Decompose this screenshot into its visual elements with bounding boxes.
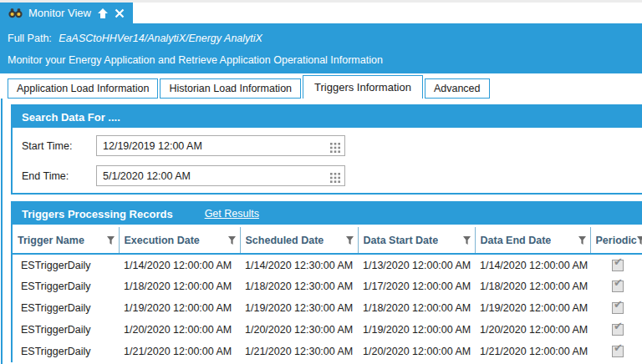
filter-icon[interactable]: [463, 236, 471, 245]
periodic-checkbox[interactable]: ✔: [612, 281, 624, 292]
cell-execution-date: 1/21/2020 12:00:00 AM: [119, 341, 240, 362]
start-time-row: Start Time:: [22, 135, 642, 156]
promote-up-icon[interactable]: [97, 8, 109, 19]
periodic-checkbox[interactable]: ✔: [612, 260, 624, 271]
cell-scheduled-date: 1/14/2020 12:30:00 AM: [240, 254, 358, 276]
cell-data-start-date: 1/17/2020 12:00:00 AM: [358, 276, 475, 297]
tab-historian-load-information[interactable]: Historian Load Information: [160, 78, 301, 99]
cell-data-end-date: 1/20/2020 12:00:00 AM: [475, 319, 590, 341]
table-row[interactable]: ESTriggerDaily 1/21/2020 12:00:00 AM 1/2…: [13, 341, 642, 362]
column-header-label: Data End Date: [481, 235, 552, 246]
periodic-checkbox[interactable]: ✔: [612, 346, 624, 357]
column-header[interactable]: Data Start Date: [358, 227, 475, 254]
cell-periodic: ✔: [590, 276, 642, 297]
cell-trigger-name: ESTriggerDaily: [13, 341, 119, 362]
end-time-row: End Time:: [22, 165, 642, 186]
tab-page-content: Search Data For .... Start Time:: [1, 99, 642, 364]
cell-trigger-name: ESTriggerDaily: [13, 297, 119, 319]
app-description: Monitor your Energy Application and Retr…: [8, 54, 383, 66]
document-tab-title: Monitor View: [28, 7, 91, 19]
cell-scheduled-date: 1/20/2020 12:30:00 AM: [240, 319, 358, 341]
full-path-label: Full Path:: [8, 33, 52, 44]
start-time-picker: [96, 135, 345, 156]
table-row[interactable]: ESTriggerDaily 1/18/2020 12:00:00 AM 1/1…: [13, 276, 642, 297]
close-icon[interactable]: [115, 8, 125, 18]
end-time-picker: [96, 165, 345, 186]
cell-periodic: ✔: [590, 341, 642, 362]
cell-data-end-date: 1/21/2020 12:00:00 AM: [475, 341, 590, 362]
full-path-row: Full Path: EaASCtoHHVer14/AnalytiX/Energ…: [8, 33, 262, 44]
tab-application-load-information[interactable]: Application Load Information: [8, 78, 158, 99]
tab-triggers-information[interactable]: Triggers Information: [303, 75, 423, 99]
end-time-input[interactable]: [96, 165, 345, 186]
cell-scheduled-date: 1/19/2020 12:30:00 AM: [240, 297, 358, 319]
periodic-checkbox[interactable]: ✔: [612, 302, 624, 314]
periodic-checkbox[interactable]: ✔: [612, 324, 624, 336]
search-panel: Search Data For .... Start Time:: [11, 104, 642, 195]
cell-periodic: ✔: [590, 297, 642, 319]
table-header-row: Trigger Name Execution Date Scheduled Da…: [13, 227, 642, 254]
cell-data-end-date: 1/18/2020 12:00:00 AM: [475, 276, 590, 297]
column-header[interactable]: Execution Date: [119, 227, 240, 254]
filter-icon[interactable]: [578, 236, 586, 245]
column-header[interactable]: Data End Date: [475, 227, 590, 254]
cell-periodic: ✔: [590, 319, 642, 341]
column-header-label: Data Start Date: [364, 235, 439, 246]
full-path-value: EaASCtoHHVer14/AnalytiX/Energy AnalytiX: [59, 33, 262, 44]
column-header-label: Execution Date: [125, 235, 200, 246]
column-header-label: Scheduled Date: [246, 235, 324, 246]
triggers-table: Trigger Name Execution Date Scheduled Da…: [13, 227, 642, 362]
records-panel-header: Triggers Processing Records Get Results: [13, 203, 642, 225]
cell-data-end-date: 1/19/2020 12:00:00 AM: [475, 297, 590, 319]
column-header[interactable]: Trigger Name: [13, 227, 119, 254]
cell-data-start-date: 1/19/2020 12:00:00 AM: [358, 319, 475, 341]
cell-data-start-date: 1/20/2020 12:00:00 AM: [358, 341, 475, 362]
tab-advanced[interactable]: Advanced: [425, 78, 490, 99]
filter-icon[interactable]: [228, 236, 236, 245]
get-results-link[interactable]: Get Results: [205, 208, 259, 220]
search-fields: Start Time: End Time: [13, 128, 642, 193]
cell-data-start-date: 1/18/2020 12:00:00 AM: [358, 297, 475, 319]
binoculars-icon: [8, 8, 23, 18]
cell-execution-date: 1/14/2020 12:00:00 AM: [119, 254, 240, 276]
info-header-band: Full Path: EaASCtoHHVer14/AnalytiX/Energ…: [0, 23, 642, 73]
search-panel-title: Search Data For ....: [22, 111, 120, 124]
cell-execution-date: 1/19/2020 12:00:00 AM: [119, 297, 240, 319]
column-header[interactable]: Scheduled Date: [240, 227, 358, 254]
table-row[interactable]: ESTriggerDaily 1/20/2020 12:00:00 AM 1/2…: [13, 319, 642, 341]
column-header-label: Trigger Name: [18, 235, 84, 246]
cell-execution-date: 1/18/2020 12:00:00 AM: [119, 276, 240, 297]
check-icon: ✔: [614, 256, 623, 268]
start-time-input[interactable]: [96, 135, 345, 156]
document-tab-monitor-view[interactable]: Monitor View: [0, 3, 133, 23]
table-row[interactable]: ESTriggerDaily 1/14/2020 12:00:00 AM 1/1…: [13, 254, 642, 276]
cell-data-end-date: 1/14/2020 12:00:00 AM: [475, 254, 590, 276]
cell-periodic: ✔: [590, 254, 642, 276]
cell-scheduled-date: 1/18/2020 12:30:00 AM: [240, 276, 358, 297]
records-panel: Triggers Processing Records Get Results …: [11, 201, 642, 362]
check-icon: ✔: [614, 342, 623, 354]
search-panel-header: Search Data For ....: [13, 106, 642, 128]
cell-trigger-name: ESTriggerDaily: [13, 276, 119, 297]
start-time-label: Start Time:: [22, 140, 96, 152]
datepicker-grid-icon[interactable]: [330, 171, 340, 186]
cell-trigger-name: ESTriggerDaily: [13, 254, 119, 276]
cell-scheduled-date: 1/21/2020 12:30:00 AM: [240, 341, 358, 362]
cell-trigger-name: ESTriggerDaily: [13, 319, 119, 341]
filter-icon[interactable]: [107, 236, 115, 245]
column-header-label: Periodic: [596, 235, 637, 246]
column-header[interactable]: Periodic: [590, 227, 642, 254]
check-icon: ✔: [614, 299, 623, 311]
filter-icon[interactable]: [637, 236, 642, 245]
check-icon: ✔: [614, 321, 623, 332]
cell-execution-date: 1/20/2020 12:00:00 AM: [119, 319, 240, 341]
datepicker-grid-icon[interactable]: [330, 141, 340, 156]
table-body: ESTriggerDaily 1/14/2020 12:00:00 AM 1/1…: [13, 254, 642, 362]
table-row[interactable]: ESTriggerDaily 1/19/2020 12:00:00 AM 1/1…: [13, 297, 642, 319]
filter-icon[interactable]: [346, 236, 354, 245]
end-time-label: End Time:: [22, 170, 96, 182]
records-panel-title: Triggers Processing Records: [22, 208, 173, 220]
tab-strip: Application Load Information Historian L…: [8, 75, 492, 99]
check-icon: ✔: [614, 277, 623, 289]
cell-data-start-date: 1/13/2020 12:00:00 AM: [358, 254, 475, 276]
